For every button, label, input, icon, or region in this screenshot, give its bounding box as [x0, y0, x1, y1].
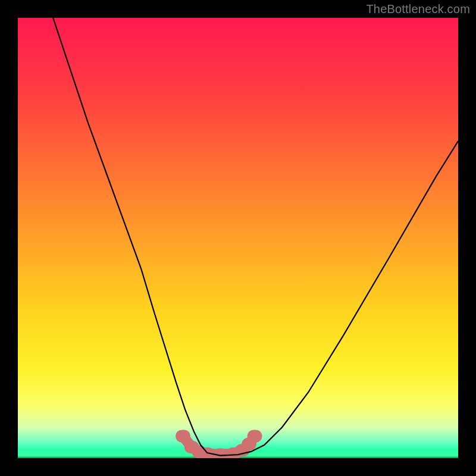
- curve-layer: [18, 18, 458, 458]
- bottom-markers: [182, 436, 256, 455]
- plot-area: [18, 18, 458, 458]
- bottleneck-curve: [53, 18, 458, 456]
- watermark-text: TheBottleneck.com: [366, 2, 470, 16]
- chart-frame: TheBottleneck.com: [0, 0, 476, 476]
